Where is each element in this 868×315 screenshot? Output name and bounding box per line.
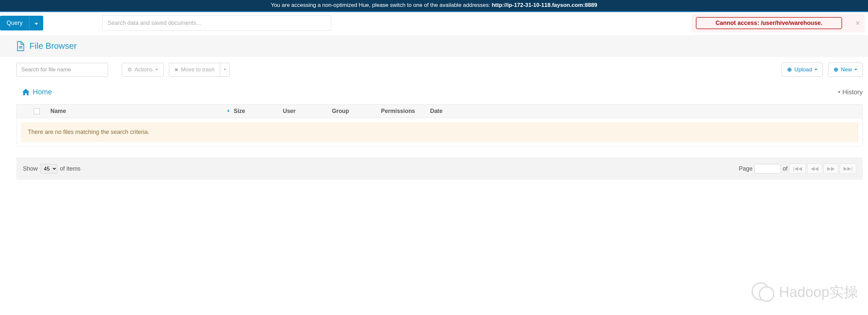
- content-area: Actions Move to trash Upload New Home Hi…: [0, 57, 868, 180]
- x-icon: [175, 66, 178, 73]
- caret-down-icon: [155, 69, 158, 70]
- banner-address: http://ip-172-31-10-118.fayson.com:8889: [492, 2, 597, 8]
- move-to-trash-button[interactable]: Move to trash: [169, 63, 220, 77]
- first-page-button[interactable]: |◀◀: [789, 163, 806, 174]
- error-alert: Cannot access: /user/hive/warehouse. ×: [691, 14, 865, 32]
- actions-dropdown[interactable]: Actions: [122, 63, 164, 77]
- caret-down-icon: [855, 69, 857, 70]
- banner-text: You are accessing a non-optimized Hue, p…: [271, 2, 492, 8]
- page-size-select[interactable]: 45: [40, 164, 57, 174]
- upload-button[interactable]: Upload: [782, 62, 823, 77]
- gear-icon: [127, 66, 132, 73]
- page-title-text: File Browser: [29, 41, 76, 51]
- close-alert-button[interactable]: ×: [855, 18, 860, 28]
- column-size[interactable]: Size: [234, 108, 283, 115]
- caret-down-icon: [838, 91, 840, 93]
- select-all-checkbox[interactable]: [34, 108, 40, 114]
- trash-button-group: Move to trash: [169, 63, 230, 77]
- next-page-button[interactable]: ▶▶: [824, 163, 839, 174]
- caret-down-icon: [35, 23, 38, 25]
- file-table: Name▲ Size User Group Permissions Date T…: [17, 104, 863, 146]
- home-icon: [22, 89, 29, 95]
- pagination-bar: Show 45 of items Page of |◀◀ ◀◀ ▶▶ ▶▶|: [17, 158, 863, 180]
- home-link[interactable]: Home: [22, 88, 52, 96]
- table-header: Name▲ Size User Group Permissions Date: [17, 105, 862, 118]
- page-header: File Browser: [0, 35, 868, 57]
- breadcrumb-row: Home History: [22, 88, 863, 96]
- column-name[interactable]: Name▲: [51, 108, 234, 115]
- error-message: Cannot access: /user/hive/warehouse.: [696, 17, 842, 29]
- empty-results-message: There are no files matching the search c…: [21, 122, 859, 142]
- column-permissions[interactable]: Permissions: [381, 108, 430, 115]
- upload-icon: [787, 66, 792, 73]
- global-search-input[interactable]: [102, 16, 331, 31]
- trash-dropdown-button[interactable]: [220, 63, 230, 77]
- plus-icon: [834, 66, 838, 73]
- column-group[interactable]: Group: [332, 108, 381, 115]
- select-all-cell: [23, 108, 51, 114]
- sort-asc-icon: ▲: [226, 108, 230, 113]
- pager-buttons: |◀◀ ◀◀ ▶▶ ▶▶|: [789, 163, 856, 174]
- query-dropdown-button[interactable]: [29, 16, 43, 30]
- page-title: File Browser: [17, 36, 863, 56]
- column-user[interactable]: User: [283, 108, 332, 115]
- new-button[interactable]: New: [828, 62, 863, 77]
- history-toggle[interactable]: History: [838, 88, 863, 96]
- action-bar: Actions Move to trash Upload New: [17, 62, 863, 77]
- optimization-banner: You are accessing a non-optimized Hue, p…: [0, 0, 868, 11]
- caret-down-icon: [815, 69, 817, 70]
- query-button-group: Query: [0, 16, 43, 30]
- of-items-label: of items: [60, 165, 81, 172]
- caret-down-icon: [223, 69, 226, 70]
- column-date[interactable]: Date: [430, 108, 479, 115]
- query-button[interactable]: Query: [0, 16, 29, 30]
- page-label: Page: [739, 165, 752, 172]
- prev-page-button[interactable]: ◀◀: [807, 163, 822, 174]
- of-label: of: [782, 165, 787, 172]
- show-label: Show: [23, 165, 38, 172]
- main-toolbar: Query Cannot access: /user/hive/warehous…: [0, 12, 868, 35]
- file-icon: [17, 41, 25, 51]
- file-search-input[interactable]: [17, 63, 108, 77]
- last-page-button[interactable]: ▶▶|: [840, 163, 856, 174]
- page-number-input[interactable]: [754, 164, 781, 174]
